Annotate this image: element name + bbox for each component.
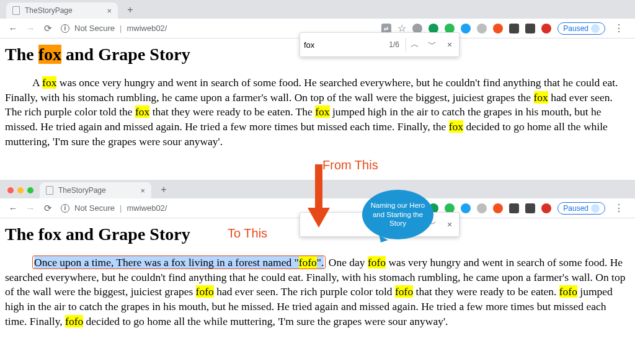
- extension-icon[interactable]: [477, 203, 487, 213]
- annotation-to-label: To This: [228, 226, 267, 241]
- profile-paused-button[interactable]: Paused: [557, 202, 605, 215]
- paused-label: Paused: [563, 24, 588, 33]
- find-close-button[interactable]: ×: [441, 40, 458, 50]
- browser-tab[interactable]: TheStoryPage ×: [40, 182, 151, 198]
- profile-avatar-icon: [591, 204, 600, 213]
- story-text: had ever seen. The rich purple color tol…: [214, 285, 395, 298]
- find-count: 1/6: [375, 40, 399, 49]
- story-paragraph: Once upon a time, There was a fox living…: [5, 255, 630, 329]
- paused-label: Paused: [563, 204, 588, 213]
- browser-tab[interactable]: TheStoryPage ×: [6, 2, 118, 19]
- minimize-window-icon[interactable]: [17, 187, 24, 193]
- close-tab-icon[interactable]: ×: [107, 6, 112, 16]
- find-match: fofo: [395, 285, 413, 298]
- close-tab-icon[interactable]: ×: [140, 186, 145, 195]
- extension-icon[interactable]: [509, 24, 519, 33]
- extension-icon[interactable]: [509, 203, 519, 213]
- page-icon: [12, 6, 20, 15]
- omnibox[interactable]: i Not Secure | mwiweb02/: [61, 203, 167, 213]
- heading-text: and Grape Story: [61, 45, 190, 64]
- find-next-button[interactable]: ﹀: [424, 39, 441, 50]
- find-match: fofo: [196, 285, 214, 298]
- find-match: fox: [534, 91, 548, 104]
- find-match: fox: [449, 120, 463, 133]
- new-tab-button[interactable]: +: [156, 182, 171, 197]
- tab-strip: TheStoryPage × +: [0, 0, 635, 19]
- bubble-text: Naming our Hero and Starting the Story: [366, 201, 430, 228]
- story-text: One day: [326, 256, 368, 269]
- extension-icon[interactable]: [493, 203, 503, 213]
- tab-title: TheStoryPage: [58, 186, 106, 195]
- browser-top: TheStoryPage × + ← → ⟳ i Not Secure | mw…: [0, 0, 635, 177]
- maximize-window-icon[interactable]: [27, 187, 33, 193]
- speech-bubble: Naming our Hero and Starting the Story: [362, 190, 433, 239]
- story-text: was once very hungry and went in search …: [5, 76, 618, 104]
- find-match: fox: [135, 105, 149, 118]
- story-paragraph: A fox was once very hungry and went in s…: [5, 76, 630, 149]
- close-window-icon[interactable]: [7, 187, 14, 193]
- svg-marker-1: [308, 208, 330, 228]
- extension-icon[interactable]: [541, 203, 551, 213]
- page-icon: [46, 186, 53, 195]
- find-match: fox: [315, 105, 329, 118]
- find-match: fofo: [299, 256, 317, 269]
- url-text: mwiweb02/: [127, 203, 167, 213]
- find-close-button[interactable]: ×: [441, 220, 458, 229]
- arrow-down-icon: [306, 164, 331, 229]
- find-match: fofo: [368, 256, 386, 269]
- story-text: ".: [317, 256, 324, 269]
- extension-icon[interactable]: [461, 24, 471, 33]
- find-match: fofo: [65, 315, 83, 327]
- omnibox[interactable]: i Not Secure | mwiweb02/: [61, 24, 167, 33]
- profile-avatar-icon: [591, 24, 600, 33]
- story-text: decided to go home all the while mutteri…: [83, 315, 448, 327]
- find-match: fox: [42, 76, 56, 89]
- forward-button[interactable]: →: [22, 20, 38, 37]
- reload-button[interactable]: ⟳: [40, 200, 56, 216]
- story-text: that they were ready to be eaten. The: [149, 105, 315, 118]
- extension-icon[interactable]: [525, 203, 535, 213]
- find-prev-button[interactable]: ︿: [406, 39, 424, 50]
- extension-icon[interactable]: [541, 24, 551, 33]
- url-separator: |: [120, 24, 122, 33]
- find-in-page-bar: 1/6 ︿ ﹀ ×: [300, 32, 460, 57]
- annotation-highlight-box: Once upon a time, There was a fox living…: [32, 255, 326, 269]
- story-text: Once upon a time, There was a fox living…: [34, 256, 299, 269]
- kebab-menu-icon[interactable]: ⋮: [611, 22, 626, 34]
- profile-paused-button[interactable]: Paused: [557, 22, 605, 35]
- heading-text: The: [5, 45, 38, 64]
- extension-icon[interactable]: [493, 24, 503, 33]
- info-icon[interactable]: i: [61, 204, 69, 213]
- url-text: mwiweb02/: [127, 24, 167, 33]
- story-text: A: [32, 76, 42, 89]
- find-input[interactable]: [300, 38, 375, 52]
- tab-title: TheStoryPage: [25, 6, 73, 15]
- new-tab-button[interactable]: +: [123, 2, 138, 17]
- insecure-label: Not Secure: [74, 24, 115, 33]
- back-button[interactable]: ←: [5, 200, 21, 216]
- url-separator: |: [120, 203, 122, 213]
- forward-button[interactable]: →: [22, 200, 38, 216]
- extension-icon[interactable]: [525, 24, 535, 33]
- info-icon[interactable]: i: [61, 24, 69, 33]
- back-button[interactable]: ←: [5, 20, 21, 37]
- find-current-match: fox: [38, 45, 61, 64]
- story-text: that they were ready to be eaten.: [413, 285, 559, 298]
- find-match: fofo: [559, 285, 577, 298]
- extension-icon[interactable]: [477, 24, 487, 33]
- insecure-label: Not Secure: [74, 203, 115, 213]
- extension-icon[interactable]: [461, 203, 471, 213]
- window-controls: [7, 187, 33, 193]
- reload-button[interactable]: ⟳: [40, 20, 56, 37]
- selection-highlight: Once upon a time, There was a fox living…: [34, 256, 324, 269]
- kebab-menu-icon[interactable]: ⋮: [611, 202, 626, 214]
